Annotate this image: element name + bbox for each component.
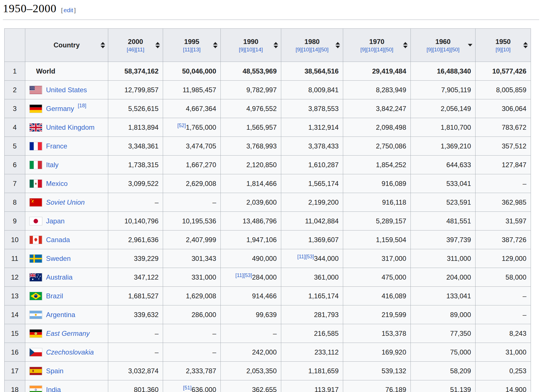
value-cell: 133,041 xyxy=(411,287,476,305)
country-link[interactable]: Czechoslovakia xyxy=(46,348,94,356)
column-refs-links[interactable]: [9][10][14][50] xyxy=(295,46,328,53)
country-link[interactable]: France xyxy=(46,142,67,150)
country-link[interactable]: Brazil xyxy=(46,292,63,300)
country-link[interactable]: Sweden xyxy=(46,255,71,263)
value-cell: 3,768,993 xyxy=(221,137,281,156)
country-cell: Canada xyxy=(25,230,108,249)
value-cell: 2,961,636 xyxy=(108,230,163,249)
column-refs-links[interactable]: [9][10][14] xyxy=(239,46,263,53)
column-header-1970[interactable]: 1970[9][10][14][50] xyxy=(343,29,411,62)
country-link[interactable]: Soviet Union xyxy=(46,198,85,206)
value-cell: 29,419,484 xyxy=(343,62,411,81)
table-row: 17Spain3,032,8742,333,7872,053,3501,181,… xyxy=(5,362,531,380)
value-cell: 481,551 xyxy=(411,212,476,230)
column-refs-links[interactable]: [9][10] xyxy=(496,46,511,53)
value-cell: 3,032,874 xyxy=(108,362,163,380)
country-link[interactable]: East Germany xyxy=(46,330,89,338)
country-link[interactable]: Argentina xyxy=(46,311,75,319)
sort-icon xyxy=(274,42,278,48)
country-cell: India xyxy=(25,380,108,392)
value-cell: 233,112 xyxy=(281,343,343,362)
country-link[interactable]: Germany xyxy=(46,105,74,113)
section-heading: 1950–2000 [edit] xyxy=(3,2,542,15)
value-cell: 0,253 xyxy=(476,362,531,380)
value-cell: 1,369,607 xyxy=(281,230,343,249)
edit-link[interactable]: edit xyxy=(63,7,74,13)
column-header-1950[interactable]: 1950[9][10] xyxy=(476,29,531,62)
column-label: 1950 xyxy=(495,37,510,46)
rank-cell: 4 xyxy=(5,118,25,137)
section-title: 1950–2000 xyxy=(3,2,57,15)
value-cell: 127,847 xyxy=(476,156,531,174)
value-cell: – xyxy=(108,193,163,212)
east-germany-flag-icon xyxy=(29,329,42,338)
column-header-country[interactable]: Country xyxy=(25,29,108,62)
heading-rule xyxy=(3,20,539,20)
value-cell: 89,000 xyxy=(411,305,476,324)
ref-link[interactable]: [51] xyxy=(183,385,191,391)
column-header-2000[interactable]: 2000[46][11] xyxy=(108,29,163,62)
table-row: 18India801,360[51]636,000362,655113,9177… xyxy=(5,380,531,392)
value-cell: 4,976,552 xyxy=(221,99,281,118)
column-refs-links[interactable]: [46][11] xyxy=(127,46,144,53)
column-label: Country xyxy=(54,41,80,49)
value-cell: 58,209 xyxy=(411,362,476,380)
value-cell: 50,046,000 xyxy=(163,62,221,81)
country-cell: Brazil xyxy=(25,287,108,305)
value-cell: 783,672 xyxy=(476,118,531,137)
value-cell: – xyxy=(108,324,163,343)
ref-link[interactable]: [11][53] xyxy=(297,254,314,259)
value-cell: 11,985,457 xyxy=(163,81,221,99)
column-header-1960[interactable]: 1960[9][10][14][50] xyxy=(411,29,476,62)
column-refs-links[interactable]: [9][10][14][50] xyxy=(426,46,459,53)
value-cell: 16,488,340 xyxy=(411,62,476,81)
country-link[interactable]: United States xyxy=(46,86,87,94)
value-cell: 2,039,600 xyxy=(221,193,281,212)
column-refs-links[interactable]: [9][10][14][50] xyxy=(360,46,393,53)
table-body: 1World58,374,16250,046,00048,553,96938,5… xyxy=(5,62,531,392)
column-header-1990[interactable]: 1990[9][10][14] xyxy=(221,29,281,62)
australia-flag-icon xyxy=(29,273,42,282)
value-cell: 11,042,884 xyxy=(281,212,343,230)
rank-cell: 14 xyxy=(5,305,25,324)
value-cell: 1,181,659 xyxy=(281,362,343,380)
rank-cell: 18 xyxy=(5,380,25,392)
value-cell: 914,466 xyxy=(221,287,281,305)
value-cell: 31,000 xyxy=(476,343,531,362)
rank-cell: 6 xyxy=(5,156,25,174)
country-link[interactable]: Mexico xyxy=(46,180,68,188)
country-link[interactable]: Japan xyxy=(46,217,64,225)
value-cell: – xyxy=(163,193,221,212)
ref-link[interactable]: [52] xyxy=(177,123,186,128)
value-cell: 916,118 xyxy=(343,193,411,212)
table-row: 8Soviet Union––2,039,6002,199,200916,118… xyxy=(5,193,531,212)
value-cell: 5,289,157 xyxy=(343,212,411,230)
country-link[interactable]: Australia xyxy=(46,273,72,281)
country-link[interactable]: Italy xyxy=(46,161,59,169)
value-cell: 801,360 xyxy=(108,380,163,392)
rank-cell: 5 xyxy=(5,137,25,156)
value-cell: [52]1,765,000 xyxy=(163,118,221,137)
ref-link[interactable]: [11][53] xyxy=(235,272,252,278)
country-link[interactable]: Canada xyxy=(46,236,70,244)
brazil-flag-icon xyxy=(29,292,42,300)
spain-flag-icon xyxy=(29,367,42,375)
column-refs-links[interactable]: [11][13] xyxy=(183,46,201,53)
edit-section: [edit] xyxy=(61,7,76,14)
value-cell: 12,799,857 xyxy=(108,81,163,99)
country-cell: Japan xyxy=(25,212,108,230)
ref-link[interactable]: [18] xyxy=(78,103,86,109)
country-link[interactable]: Spain xyxy=(46,367,63,375)
value-cell: 8,009,841 xyxy=(281,81,343,99)
column-header-1980[interactable]: 1980[9][10][14][50] xyxy=(281,29,343,62)
value-cell: 3,099,522 xyxy=(108,174,163,193)
country-link[interactable]: India xyxy=(46,386,61,392)
value-cell: 48,553,969 xyxy=(221,62,281,81)
value-cell: 1,369,210 xyxy=(411,137,476,156)
country-link[interactable]: United Kingdom xyxy=(46,123,95,131)
japan-flag-icon xyxy=(29,217,42,225)
sort-icon xyxy=(403,42,408,48)
value-cell: 2,120,850 xyxy=(221,156,281,174)
value-cell: 7,905,119 xyxy=(411,81,476,99)
column-header-1995[interactable]: 1995[11][13] xyxy=(163,29,221,62)
